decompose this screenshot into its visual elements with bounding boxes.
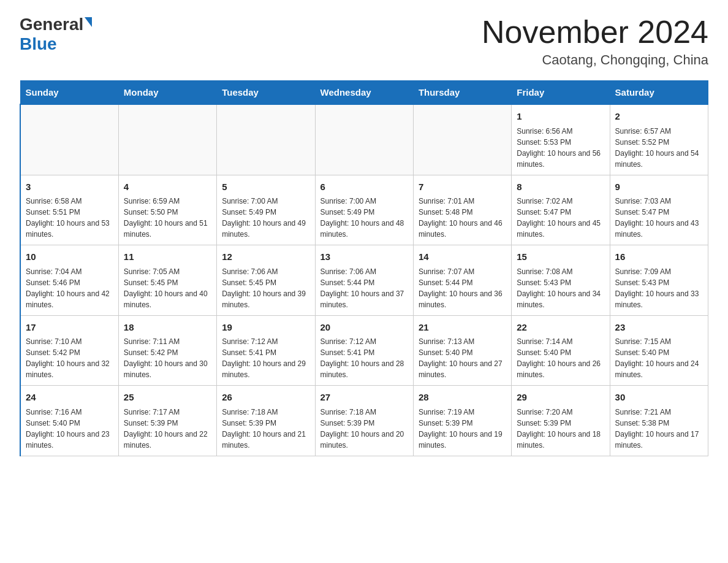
day-number: 3 bbox=[26, 180, 113, 194]
day-number: 6 bbox=[320, 180, 408, 194]
day-number: 14 bbox=[419, 250, 506, 264]
calendar-cell: 14Sunrise: 7:07 AM Sunset: 5:44 PM Dayli… bbox=[413, 245, 511, 316]
calendar-cell: 20Sunrise: 7:12 AM Sunset: 5:41 PM Dayli… bbox=[315, 315, 413, 386]
day-info: Sunrise: 7:08 AM Sunset: 5:43 PM Dayligh… bbox=[517, 266, 604, 310]
day-info: Sunrise: 7:18 AM Sunset: 5:39 PM Dayligh… bbox=[320, 407, 408, 451]
calendar-header-friday: Friday bbox=[512, 81, 610, 105]
calendar-cell: 4Sunrise: 6:59 AM Sunset: 5:50 PM Daylig… bbox=[118, 175, 216, 245]
day-number: 4 bbox=[124, 180, 211, 194]
day-info: Sunrise: 6:58 AM Sunset: 5:51 PM Dayligh… bbox=[26, 196, 113, 240]
calendar-header-saturday: Saturday bbox=[610, 81, 708, 105]
calendar-cell: 30Sunrise: 7:21 AM Sunset: 5:38 PM Dayli… bbox=[610, 386, 708, 456]
calendar-cell: 3Sunrise: 6:58 AM Sunset: 5:51 PM Daylig… bbox=[20, 175, 118, 245]
calendar-cell: 11Sunrise: 7:05 AM Sunset: 5:45 PM Dayli… bbox=[118, 245, 216, 316]
day-number: 2 bbox=[615, 110, 703, 124]
location-title: Caotang, Chongqing, China bbox=[482, 52, 708, 68]
day-info: Sunrise: 7:04 AM Sunset: 5:46 PM Dayligh… bbox=[26, 266, 113, 310]
logo: General Blue bbox=[20, 15, 92, 54]
day-number: 9 bbox=[615, 180, 703, 194]
calendar-table: SundayMondayTuesdayWednesdayThursdayFrid… bbox=[20, 80, 708, 456]
day-number: 1 bbox=[517, 110, 604, 124]
day-info: Sunrise: 7:12 AM Sunset: 5:41 PM Dayligh… bbox=[222, 336, 309, 380]
calendar-cell: 7Sunrise: 7:01 AM Sunset: 5:48 PM Daylig… bbox=[413, 175, 511, 245]
calendar-cell: 2Sunrise: 6:57 AM Sunset: 5:52 PM Daylig… bbox=[610, 104, 708, 175]
day-info: Sunrise: 7:19 AM Sunset: 5:39 PM Dayligh… bbox=[419, 407, 506, 451]
day-info: Sunrise: 7:21 AM Sunset: 5:38 PM Dayligh… bbox=[615, 407, 703, 451]
day-info: Sunrise: 7:15 AM Sunset: 5:40 PM Dayligh… bbox=[615, 336, 703, 380]
day-info: Sunrise: 7:14 AM Sunset: 5:40 PM Dayligh… bbox=[517, 336, 604, 380]
calendar-cell: 26Sunrise: 7:18 AM Sunset: 5:39 PM Dayli… bbox=[217, 386, 315, 456]
calendar-cell: 23Sunrise: 7:15 AM Sunset: 5:40 PM Dayli… bbox=[610, 315, 708, 386]
day-number: 8 bbox=[517, 180, 604, 194]
day-info: Sunrise: 6:59 AM Sunset: 5:50 PM Dayligh… bbox=[124, 196, 211, 240]
day-number: 19 bbox=[222, 321, 309, 335]
calendar-cell: 22Sunrise: 7:14 AM Sunset: 5:40 PM Dayli… bbox=[512, 315, 610, 386]
day-number: 12 bbox=[222, 250, 309, 264]
day-number: 29 bbox=[517, 391, 604, 405]
day-info: Sunrise: 6:57 AM Sunset: 5:52 PM Dayligh… bbox=[615, 126, 703, 170]
calendar-cell: 18Sunrise: 7:11 AM Sunset: 5:42 PM Dayli… bbox=[118, 315, 216, 386]
calendar-cell: 15Sunrise: 7:08 AM Sunset: 5:43 PM Dayli… bbox=[512, 245, 610, 316]
day-info: Sunrise: 7:07 AM Sunset: 5:44 PM Dayligh… bbox=[419, 266, 506, 310]
day-number: 21 bbox=[419, 321, 506, 335]
day-number: 5 bbox=[222, 180, 309, 194]
day-number: 30 bbox=[615, 391, 703, 405]
day-info: Sunrise: 7:00 AM Sunset: 5:49 PM Dayligh… bbox=[320, 196, 408, 240]
calendar-header-sunday: Sunday bbox=[20, 81, 118, 105]
calendar-header-tuesday: Tuesday bbox=[217, 81, 315, 105]
calendar-cell: 28Sunrise: 7:19 AM Sunset: 5:39 PM Dayli… bbox=[413, 386, 511, 456]
calendar-cell: 1Sunrise: 6:56 AM Sunset: 5:53 PM Daylig… bbox=[512, 104, 610, 175]
day-number: 11 bbox=[124, 250, 211, 264]
day-info: Sunrise: 7:16 AM Sunset: 5:40 PM Dayligh… bbox=[26, 407, 113, 451]
calendar-cell: 29Sunrise: 7:20 AM Sunset: 5:39 PM Dayli… bbox=[512, 386, 610, 456]
calendar-cell: 10Sunrise: 7:04 AM Sunset: 5:46 PM Dayli… bbox=[20, 245, 118, 316]
day-info: Sunrise: 7:05 AM Sunset: 5:45 PM Dayligh… bbox=[124, 266, 211, 310]
calendar-week-row: 10Sunrise: 7:04 AM Sunset: 5:46 PM Dayli… bbox=[20, 245, 708, 316]
day-info: Sunrise: 7:03 AM Sunset: 5:47 PM Dayligh… bbox=[615, 196, 703, 240]
calendar-header-thursday: Thursday bbox=[413, 81, 511, 105]
calendar-cell: 17Sunrise: 7:10 AM Sunset: 5:42 PM Dayli… bbox=[20, 315, 118, 386]
calendar-cell: 6Sunrise: 7:00 AM Sunset: 5:49 PM Daylig… bbox=[315, 175, 413, 245]
calendar-cell: 24Sunrise: 7:16 AM Sunset: 5:40 PM Dayli… bbox=[20, 386, 118, 456]
title-area: November 2024 Caotang, Chongqing, China bbox=[482, 15, 708, 68]
day-info: Sunrise: 7:09 AM Sunset: 5:43 PM Dayligh… bbox=[615, 266, 703, 310]
day-number: 26 bbox=[222, 391, 309, 405]
calendar-cell: 8Sunrise: 7:02 AM Sunset: 5:47 PM Daylig… bbox=[512, 175, 610, 245]
day-number: 28 bbox=[419, 391, 506, 405]
calendar-header-monday: Monday bbox=[118, 81, 216, 105]
calendar-week-row: 3Sunrise: 6:58 AM Sunset: 5:51 PM Daylig… bbox=[20, 175, 708, 245]
day-info: Sunrise: 7:06 AM Sunset: 5:44 PM Dayligh… bbox=[320, 266, 408, 310]
calendar-cell bbox=[217, 104, 315, 175]
day-number: 13 bbox=[320, 250, 408, 264]
day-number: 24 bbox=[26, 391, 113, 405]
day-info: Sunrise: 7:01 AM Sunset: 5:48 PM Dayligh… bbox=[419, 196, 506, 240]
calendar-cell bbox=[20, 104, 118, 175]
calendar-week-row: 1Sunrise: 6:56 AM Sunset: 5:53 PM Daylig… bbox=[20, 104, 708, 175]
day-number: 20 bbox=[320, 321, 408, 335]
day-info: Sunrise: 7:18 AM Sunset: 5:39 PM Dayligh… bbox=[222, 407, 309, 451]
calendar-cell: 19Sunrise: 7:12 AM Sunset: 5:41 PM Dayli… bbox=[217, 315, 315, 386]
day-info: Sunrise: 7:17 AM Sunset: 5:39 PM Dayligh… bbox=[124, 407, 211, 451]
calendar-cell: 27Sunrise: 7:18 AM Sunset: 5:39 PM Dayli… bbox=[315, 386, 413, 456]
calendar-cell: 12Sunrise: 7:06 AM Sunset: 5:45 PM Dayli… bbox=[217, 245, 315, 316]
day-info: Sunrise: 7:13 AM Sunset: 5:40 PM Dayligh… bbox=[419, 336, 506, 380]
calendar-header-row: SundayMondayTuesdayWednesdayThursdayFrid… bbox=[20, 81, 708, 105]
month-title: November 2024 bbox=[482, 15, 708, 50]
calendar-cell: 25Sunrise: 7:17 AM Sunset: 5:39 PM Dayli… bbox=[118, 386, 216, 456]
calendar-cell bbox=[315, 104, 413, 175]
day-number: 7 bbox=[419, 180, 506, 194]
day-number: 22 bbox=[517, 321, 604, 335]
day-info: Sunrise: 7:02 AM Sunset: 5:47 PM Dayligh… bbox=[517, 196, 604, 240]
logo-blue-text: Blue bbox=[20, 34, 57, 54]
day-number: 23 bbox=[615, 321, 703, 335]
calendar-cell: 21Sunrise: 7:13 AM Sunset: 5:40 PM Dayli… bbox=[413, 315, 511, 386]
day-info: Sunrise: 7:10 AM Sunset: 5:42 PM Dayligh… bbox=[26, 336, 113, 380]
day-info: Sunrise: 7:06 AM Sunset: 5:45 PM Dayligh… bbox=[222, 266, 309, 310]
day-number: 16 bbox=[615, 250, 703, 264]
calendar-cell: 16Sunrise: 7:09 AM Sunset: 5:43 PM Dayli… bbox=[610, 245, 708, 316]
calendar-cell: 9Sunrise: 7:03 AM Sunset: 5:47 PM Daylig… bbox=[610, 175, 708, 245]
day-info: Sunrise: 6:56 AM Sunset: 5:53 PM Dayligh… bbox=[517, 126, 604, 170]
day-info: Sunrise: 7:11 AM Sunset: 5:42 PM Dayligh… bbox=[124, 336, 211, 380]
logo-triangle-icon bbox=[85, 17, 92, 27]
day-number: 15 bbox=[517, 250, 604, 264]
